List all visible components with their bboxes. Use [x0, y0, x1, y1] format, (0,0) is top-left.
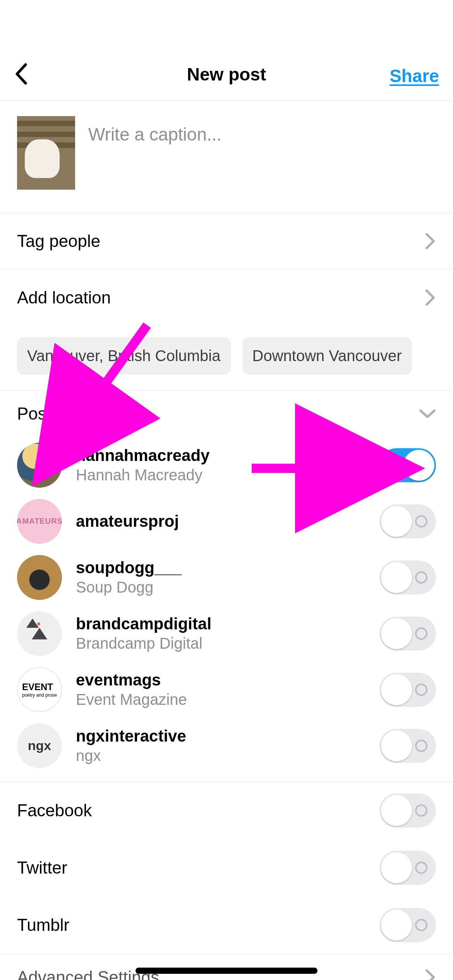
account-toggle[interactable]	[379, 504, 436, 538]
location-chips: Vancouver, British Columbia Downtown Van…	[0, 326, 453, 391]
location-chip[interactable]: Downtown Vancouver	[242, 337, 412, 375]
account-name: Brandcamp Digital	[76, 635, 365, 652]
post-to-label: Post to	[17, 404, 70, 423]
account-row: AMATEURS amateursproj	[0, 493, 453, 549]
social-toggle[interactable]	[379, 908, 436, 942]
account-text: eventmags Event Magazine	[76, 671, 365, 708]
page-title: New post	[187, 64, 266, 85]
social-label: Facebook	[17, 801, 92, 820]
account-username: eventmags	[76, 671, 365, 689]
social-row: Tumblr	[0, 896, 453, 954]
avatar[interactable]	[17, 611, 62, 656]
account-toggle[interactable]	[379, 673, 436, 707]
tag-people-row[interactable]: Tag people	[0, 213, 453, 269]
chevron-right-icon	[425, 289, 436, 306]
post-thumbnail[interactable]	[17, 116, 75, 190]
social-toggle[interactable]	[379, 851, 436, 885]
social-label: Twitter	[17, 858, 67, 877]
account-text: amateursproj	[76, 512, 365, 531]
account-username: hannahmacready	[76, 446, 365, 465]
account-row: soupdogg___ Soup Dogg	[0, 549, 453, 605]
account-name: Hannah Macready	[76, 466, 365, 484]
avatar[interactable]: ngx	[17, 723, 62, 768]
account-toggle[interactable]	[379, 617, 436, 651]
home-indicator	[136, 968, 317, 974]
account-text: soupdogg___ Soup Dogg	[76, 559, 365, 596]
account-toggle[interactable]	[379, 729, 436, 763]
avatar[interactable]	[17, 555, 62, 600]
caption-row: Write a caption...	[0, 101, 453, 213]
location-chip[interactable]: Vancouver, British Columbia	[17, 337, 231, 375]
account-username: brandcampdigital	[76, 615, 365, 633]
social-toggle[interactable]	[379, 793, 436, 828]
account-row: hannahmacready Hannah Macready	[0, 437, 453, 493]
chevron-left-icon	[14, 63, 29, 85]
chevron-down-icon	[419, 408, 436, 419]
social-label: Tumblr	[17, 915, 69, 935]
social-block: Facebook Twitter Tumblr	[0, 781, 453, 954]
avatar[interactable]	[17, 443, 62, 488]
account-toggle[interactable]	[379, 448, 436, 482]
add-location-label: Add location	[17, 288, 111, 307]
account-text: hannahmacready Hannah Macready	[76, 446, 365, 484]
account-row: brandcampdigital Brandcamp Digital	[0, 605, 453, 661]
header: New post Share	[0, 0, 453, 101]
back-button[interactable]	[14, 63, 29, 86]
account-row: ngx ngxinteractive ngx	[0, 718, 453, 774]
account-text: ngxinteractive ngx	[76, 727, 365, 764]
account-username: soupdogg___	[76, 559, 365, 577]
advanced-settings-row[interactable]: Advanced Settings	[0, 954, 453, 980]
social-row: Twitter	[0, 839, 453, 896]
account-row: EVENTpoetry and prose eventmags Event Ma…	[0, 661, 453, 718]
share-button[interactable]: Share	[390, 65, 439, 86]
account-toggle[interactable]	[379, 560, 436, 595]
account-username: amateursproj	[76, 512, 365, 531]
caption-input[interactable]: Write a caption...	[88, 116, 436, 145]
social-row: Facebook	[0, 782, 453, 839]
chevron-right-icon	[425, 233, 436, 250]
mountain-icon	[32, 628, 47, 639]
account-name: ngx	[76, 747, 365, 764]
avatar[interactable]: AMATEURS	[17, 499, 62, 544]
account-text: brandcampdigital Brandcamp Digital	[76, 615, 365, 652]
tag-people-label: Tag people	[17, 231, 100, 251]
avatar[interactable]: EVENTpoetry and prose	[17, 667, 62, 712]
account-username: ngxinteractive	[76, 727, 365, 745]
post-to-header[interactable]: Post to	[0, 391, 453, 437]
add-location-row[interactable]: Add location	[0, 269, 453, 326]
account-name: Soup Dogg	[76, 579, 365, 596]
account-name: Event Magazine	[76, 691, 365, 708]
chevron-right-icon	[425, 969, 436, 980]
